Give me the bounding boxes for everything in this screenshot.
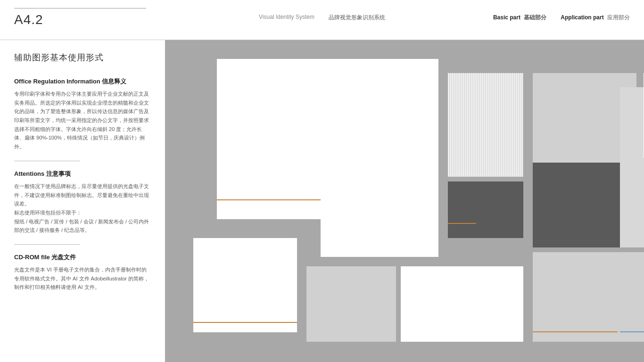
section1-text: 专用印刷字体和专用办公字体主要应用于企业文献的正文及实务用品。所选定的字体用以实… [14, 90, 151, 151]
nav-basic-en: Basic part [493, 14, 520, 21]
card-white-bottom-c [401, 266, 523, 342]
header-center: Visual Identity System 品牌视觉形象识别系统 [165, 14, 479, 26]
nav-basic-cn: 基础部分 [524, 14, 546, 21]
section3-title: CD-ROM file 光盘文件 [14, 253, 151, 262]
vi-chinese: 品牌视觉形象识别系统 [329, 14, 385, 22]
section1-title: Office Regulation Information 信息释义 [14, 77, 151, 86]
section2-text1: 在一般情况下使用品牌标志，应尽量使用提供的光盘电子文件，不建议使用标准制图绘制标… [14, 182, 151, 208]
section2-text3: 报纸 / 电视广告 / 宣传 / 包装 / 会议 / 新闻发布会 / 公司内外部… [14, 217, 151, 235]
section2-title: Attentions 注意事项 [14, 170, 151, 178]
card-dark-1 [448, 181, 523, 238]
section3-text: 光盘文件是本 VI 手册电子文件的集合，内含手册制作时的专用软件格式文件。其中 … [14, 265, 151, 292]
accent-h-br [533, 331, 618, 332]
card-white-small-bl [193, 238, 297, 332]
divider2 [14, 244, 80, 245]
section-info: Office Regulation Information 信息释义 专用印刷字… [14, 77, 151, 151]
nav-app-en: Application part [561, 14, 603, 21]
header-left: A4.2 [0, 8, 165, 32]
card-white-center-large [321, 59, 438, 257]
left-panel: 辅助图形基本使用形式 Office Regulation Information… [0, 40, 165, 362]
card-white-large [217, 59, 330, 219]
header-right: Basic part 基础部分 Application part 应用部分 [479, 14, 644, 26]
divider1 [14, 161, 80, 161]
top-line-decoration [14, 8, 146, 8]
card-medium-right [620, 87, 644, 247]
nav-basic: Basic part 基础部分 [493, 14, 546, 22]
section-cdrom: CD-ROM file 光盘文件 光盘文件是本 VI 手册电子文件的集合，内含手… [14, 253, 151, 292]
cards-area [174, 49, 635, 353]
accent-blue-br [620, 331, 644, 332]
nav-application: Application part 应用部分 [561, 14, 630, 22]
section-attentions: Attentions 注意事项 在一般情况下使用品牌标志，应尽量使用提供的光盘电… [14, 170, 151, 235]
card-light-bottom-r [533, 252, 644, 342]
vi-english: Visual Identity System [259, 14, 314, 22]
vi-label: Visual Identity System 品牌视觉形象识别系统 [259, 14, 385, 22]
accent-h-dark [448, 223, 476, 224]
header: A4.2 Visual Identity System 品牌视觉形象识别系统 B… [0, 0, 644, 40]
page-number: A4.2 [14, 12, 151, 27]
accent-h-bl [193, 322, 297, 323]
accent-h-1 [217, 199, 330, 200]
page-subtitle: 辅助图形基本使用形式 [14, 52, 151, 63]
right-panel [165, 40, 644, 362]
section2-text2: 标志使用环境包括但不限于： [14, 208, 151, 217]
card-light-bottom-cl [306, 266, 396, 342]
nav-app-cn: 应用部分 [607, 14, 630, 21]
card-striped [448, 73, 523, 177]
